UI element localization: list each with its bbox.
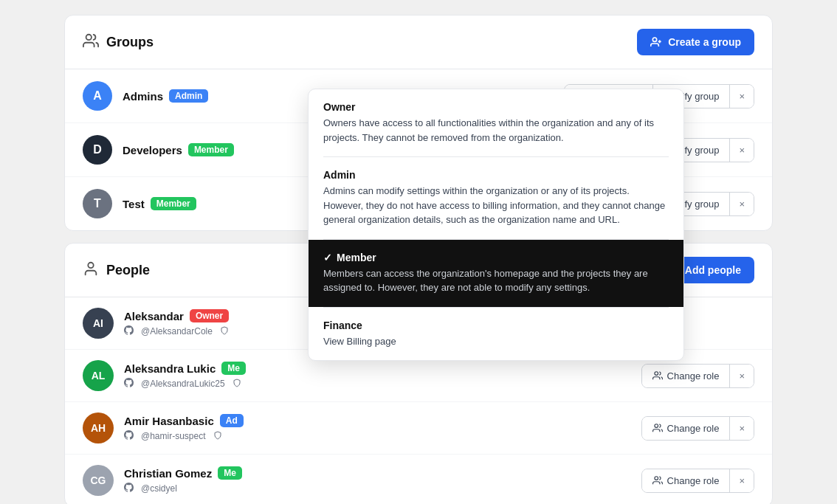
- person-username: @hamir-suspect: [141, 431, 206, 441]
- remove-person-button[interactable]: ×: [730, 417, 754, 440]
- person-meta: @csidyel: [124, 483, 631, 494]
- people-icon: [83, 260, 99, 280]
- person-name: Christian Gomez: [124, 467, 212, 480]
- person-avatar: AH: [83, 412, 114, 443]
- dropdown-item-title: Admin: [323, 169, 669, 181]
- person-actions: Change role ×: [641, 416, 754, 441]
- groups-title: Groups: [83, 32, 154, 52]
- dropdown-item-title: ✓ Member: [323, 252, 669, 263]
- person-info: Aleksandra Lukic Me @AleksandraLukic25: [124, 362, 631, 390]
- dropdown-item-member[interactable]: ✓ Member Members can access the organiza…: [309, 240, 683, 307]
- person-info: Amir Hasanbasic Ad @hamir-suspect: [124, 414, 631, 442]
- person-badge: Me: [221, 362, 246, 375]
- groups-icon: [83, 32, 99, 52]
- person-badge: Me: [218, 466, 242, 480]
- svg-point-1: [653, 38, 657, 41]
- dropdown-item-title: Finance: [323, 320, 669, 331]
- dropdown-item-owner[interactable]: Owner Owners have access to all function…: [309, 89, 683, 156]
- people-title: People: [83, 260, 150, 280]
- dropdown-item-title: Owner: [323, 101, 669, 113]
- person-name-row: Christian Gomez Me: [124, 466, 631, 480]
- dropdown-item-desc: View Billing page: [323, 334, 669, 349]
- person-row: AH Amir Hasanbasic Ad @hamir-suspect Cha…: [65, 402, 772, 455]
- person-badge: Owner: [190, 309, 229, 322]
- person-actions: Change role ×: [641, 364, 754, 388]
- remove-group-button[interactable]: ×: [730, 193, 754, 215]
- github-icon: [124, 378, 134, 390]
- page-wrapper: Groups Create a group A Admins Admin C: [64, 15, 773, 504]
- remove-person-button[interactable]: ×: [730, 469, 754, 492]
- person-row: CG Christian Gomez Me @csidyel Change ro…: [65, 455, 772, 504]
- github-icon: [124, 325, 134, 337]
- person-actions: Change role ×: [641, 469, 754, 493]
- person-badge: Ad: [220, 414, 244, 427]
- svg-point-12: [654, 424, 658, 428]
- group-avatar: T: [83, 189, 112, 218]
- person-change-role-button[interactable]: Change role: [642, 417, 731, 440]
- person-avatar: AI: [83, 308, 114, 339]
- person-change-role-button[interactable]: Change role: [642, 469, 731, 492]
- groups-header: Groups Create a group: [65, 15, 772, 69]
- person-change-role-button[interactable]: Change role: [642, 365, 731, 387]
- person-name: Aleksandra Lukic: [124, 362, 216, 375]
- create-group-button[interactable]: Create a group: [637, 29, 754, 55]
- svg-point-0: [86, 34, 92, 39]
- person-username: @AleksandarCole: [141, 326, 213, 336]
- person-avatar: CG: [83, 465, 114, 496]
- person-username: @csidyel: [141, 483, 177, 494]
- dropdown-item-admin[interactable]: Admin Admins can modify settings within …: [309, 157, 683, 239]
- remove-person-button[interactable]: ×: [730, 365, 754, 387]
- group-badge: Member: [188, 143, 234, 156]
- person-username: @AleksandraLukic25: [141, 379, 225, 389]
- shield-icon: [213, 431, 222, 442]
- person-name: Aleksandar: [124, 310, 184, 322]
- github-icon: [124, 430, 134, 442]
- svg-point-13: [654, 477, 658, 480]
- dropdown-item-desc: Admins can modify settings within the or…: [323, 184, 669, 227]
- dropdown-item-desc: Members can access the organization's ho…: [323, 266, 669, 295]
- svg-point-7: [88, 262, 93, 267]
- person-info: Christian Gomez Me @csidyel: [124, 466, 631, 494]
- person-avatar: AL: [83, 360, 114, 391]
- shield-icon: [232, 379, 241, 390]
- dropdown-item-finance[interactable]: Finance View Billing page: [309, 308, 683, 361]
- shield-icon: [220, 326, 229, 337]
- group-badge: Admin: [169, 89, 208, 103]
- remove-group-button[interactable]: ×: [730, 85, 754, 108]
- group-avatar: D: [83, 135, 112, 165]
- person-meta: @AleksandraLukic25: [124, 378, 631, 390]
- github-icon: [124, 483, 134, 494]
- check-icon: ✓: [323, 252, 332, 263]
- role-dropdown: Owner Owners have access to all function…: [308, 89, 684, 361]
- svg-point-11: [654, 372, 658, 376]
- person-meta: @hamir-suspect: [124, 430, 631, 442]
- dropdown-item-desc: Owners have access to all functionalitie…: [323, 116, 669, 145]
- remove-group-button[interactable]: ×: [730, 139, 754, 162]
- person-name-row: Aleksandra Lukic Me: [124, 362, 631, 375]
- group-avatar: A: [83, 81, 112, 111]
- person-name-row: Amir Hasanbasic Ad: [124, 414, 631, 427]
- person-name: Amir Hasanbasic: [124, 415, 214, 427]
- group-badge: Member: [151, 197, 196, 210]
